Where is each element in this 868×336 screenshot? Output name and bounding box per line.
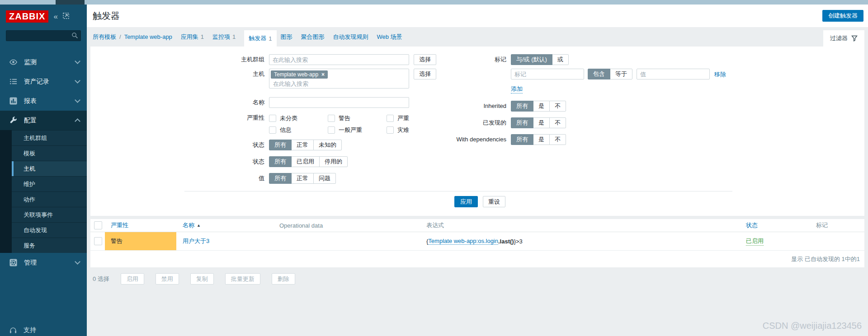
filter-toggle-tab[interactable]: 过滤器 bbox=[823, 30, 864, 47]
sidebar-nav: 监测 资产记录 报表 bbox=[0, 52, 87, 272]
sidebar-item-inventory[interactable]: 资产记录 bbox=[0, 72, 87, 91]
severity-warning[interactable]: 警告 bbox=[328, 114, 387, 122]
dependencies-label: With dependencies bbox=[439, 134, 506, 145]
sidebar-item-support[interactable]: 支持 bbox=[0, 320, 87, 336]
tab-screens[interactable]: 聚合图形 bbox=[301, 33, 325, 41]
apply-button[interactable]: 应用 bbox=[454, 196, 478, 207]
disable-button[interactable]: 禁用 bbox=[156, 273, 179, 285]
triggers-table: 严重性 名称 ▲ Operational data 表达式 状态 标记 警告 用… bbox=[90, 219, 864, 267]
status-all-button[interactable]: 所有 bbox=[269, 156, 292, 167]
state-normal-button[interactable]: 正常 bbox=[291, 140, 314, 150]
severity-information[interactable]: 信息 bbox=[269, 126, 328, 134]
remove-chip-icon[interactable] bbox=[321, 71, 325, 78]
tag-remove-link[interactable]: 移除 bbox=[714, 70, 726, 79]
expression-item-link[interactable]: Template web-app:os.login bbox=[428, 238, 498, 245]
name-input[interactable] bbox=[269, 97, 409, 108]
delete-button[interactable]: 删除 bbox=[272, 273, 295, 285]
enable-button[interactable]: 启用 bbox=[121, 273, 144, 285]
tags-cell bbox=[816, 232, 864, 250]
copy-button[interactable]: 复制 bbox=[190, 273, 214, 285]
tag-logic-or-button[interactable]: 或 bbox=[552, 54, 569, 65]
collapse-sidebar-icon[interactable]: « bbox=[53, 13, 57, 20]
breadcrumb-all-templates-link[interactable]: 所有模板 bbox=[93, 33, 116, 41]
severity-average[interactable]: 一般严重 bbox=[328, 126, 387, 134]
severity-disaster[interactable]: 灾难 bbox=[387, 126, 445, 134]
sidebar-item-hosts[interactable]: 主机 bbox=[0, 161, 87, 176]
sidebar-item-maintenance[interactable]: 维护 bbox=[0, 176, 87, 191]
mass-update-button[interactable]: 批量更新 bbox=[225, 273, 260, 285]
tab-items[interactable]: 监控项1 bbox=[212, 33, 236, 41]
sidebar-search-input[interactable] bbox=[6, 30, 81, 41]
severity-checkbox-group: 未分类 警告 严重 信息 一般严重 灾难 bbox=[269, 114, 445, 134]
tag-logic-andor-button[interactable]: 与/或 (默认) bbox=[511, 54, 552, 65]
column-name[interactable]: 名称 bbox=[183, 221, 194, 229]
value-label: 值 bbox=[197, 173, 264, 184]
host-group-select-button[interactable]: 选择 bbox=[414, 54, 436, 65]
sidebar-item-templates[interactable]: 模板 bbox=[0, 145, 87, 161]
state-unknown-button[interactable]: 未知的 bbox=[313, 140, 342, 150]
zabbix-logo[interactable]: ZABBIX bbox=[6, 10, 48, 23]
column-status[interactable]: 状态 bbox=[746, 221, 758, 229]
sidebar-item-monitoring[interactable]: 监测 bbox=[0, 52, 87, 72]
sidebar-item-reports[interactable]: 报表 bbox=[0, 91, 87, 111]
sidebar-item-event-correlation[interactable]: 关联项事件 bbox=[0, 207, 87, 222]
value-ok-button[interactable]: 正常 bbox=[291, 173, 314, 184]
page-header: 触发器 创建触发器 bbox=[87, 5, 868, 27]
chevron-down-icon bbox=[75, 58, 80, 64]
discovered-all-button[interactable]: 所有 bbox=[511, 117, 533, 128]
host-group-label: 主机群组 bbox=[197, 54, 264, 65]
breadcrumb: 所有模板 / Template web-app bbox=[93, 33, 172, 41]
sidebar-item-actions[interactable]: 动作 bbox=[0, 191, 87, 207]
breadcrumb-template-link[interactable]: Template web-app bbox=[124, 33, 172, 40]
sidebar-item-services[interactable]: 服务 bbox=[0, 238, 87, 253]
row-checkbox[interactable] bbox=[94, 237, 102, 245]
host-select-button[interactable]: 选择 bbox=[414, 69, 436, 79]
column-expression: 表达式 bbox=[426, 219, 746, 232]
trigger-name-link[interactable]: 用户大于3 bbox=[183, 237, 209, 245]
sidebar-item-configuration[interactable]: 配置 bbox=[0, 111, 87, 130]
status-enabled-link[interactable]: 已启用 bbox=[746, 237, 764, 246]
reset-button[interactable]: 重设 bbox=[483, 196, 505, 207]
status-disabled-button[interactable]: 停用的 bbox=[319, 156, 348, 167]
discovered-no-button[interactable]: 不 bbox=[549, 117, 566, 128]
sidebar-item-host-groups[interactable]: 主机群组 bbox=[0, 130, 87, 145]
dependencies-yes-button[interactable]: 是 bbox=[533, 134, 550, 145]
tab-graphs[interactable]: 图形 bbox=[281, 33, 292, 41]
severity-high[interactable]: 严重 bbox=[387, 114, 445, 122]
wrench-icon bbox=[9, 116, 18, 125]
tab-web-scenarios[interactable]: Web 场景 bbox=[377, 33, 402, 41]
severity-not-classified[interactable]: 未分类 bbox=[269, 114, 328, 122]
state-all-button[interactable]: 所有 bbox=[269, 140, 292, 150]
sort-ascending-icon: ▲ bbox=[197, 223, 201, 228]
value-all-button[interactable]: 所有 bbox=[269, 173, 292, 184]
tag-operator-equals-button[interactable]: 等于 bbox=[610, 69, 632, 79]
discovered-yes-button[interactable]: 是 bbox=[533, 117, 550, 128]
column-severity[interactable]: 严重性 bbox=[111, 221, 128, 229]
status-enabled-button[interactable]: 已启用 bbox=[291, 156, 320, 167]
create-trigger-button[interactable]: 创建触发器 bbox=[822, 10, 863, 22]
host-group-input[interactable] bbox=[269, 54, 409, 65]
zabbix-screen: ZABBIX « 监测 bbox=[0, 0, 868, 336]
tab-triggers[interactable]: 触发器1 bbox=[244, 30, 276, 47]
tag-name-input[interactable] bbox=[511, 69, 584, 79]
dependencies-segment: 所有 是 不 bbox=[511, 134, 566, 145]
sidebar-item-administration[interactable]: 管理 bbox=[0, 253, 87, 272]
inherited-no-button[interactable]: 不 bbox=[549, 101, 566, 112]
list-icon bbox=[9, 77, 18, 86]
dependencies-no-button[interactable]: 不 bbox=[549, 134, 566, 145]
value-problem-button[interactable]: 问题 bbox=[313, 173, 336, 184]
tag-add-link[interactable]: 添加 bbox=[511, 85, 523, 93]
host-multiselect[interactable]: Template web-app 在此输入搜索 bbox=[269, 69, 409, 89]
dependencies-all-button[interactable]: 所有 bbox=[511, 134, 533, 145]
tab-applications[interactable]: 应用集1 bbox=[181, 33, 204, 41]
select-all-checkbox[interactable] bbox=[94, 221, 102, 229]
inherited-all-button[interactable]: 所有 bbox=[511, 101, 533, 112]
inherited-yes-button[interactable]: 是 bbox=[533, 101, 550, 112]
expand-fullscreen-icon[interactable] bbox=[63, 13, 69, 20]
sidebar-item-discovery[interactable]: 自动发现 bbox=[0, 222, 87, 238]
tag-operator-contains-button[interactable]: 包含 bbox=[588, 69, 610, 79]
tag-value-input[interactable] bbox=[637, 69, 710, 79]
tab-discovery-rules[interactable]: 自动发现规则 bbox=[333, 33, 368, 41]
filter-panel: 主机群组 选择 主机 Template web-app 在此输入搜索 选择 名称… bbox=[90, 47, 864, 216]
state-segment: 所有 正常 未知的 bbox=[269, 140, 342, 150]
